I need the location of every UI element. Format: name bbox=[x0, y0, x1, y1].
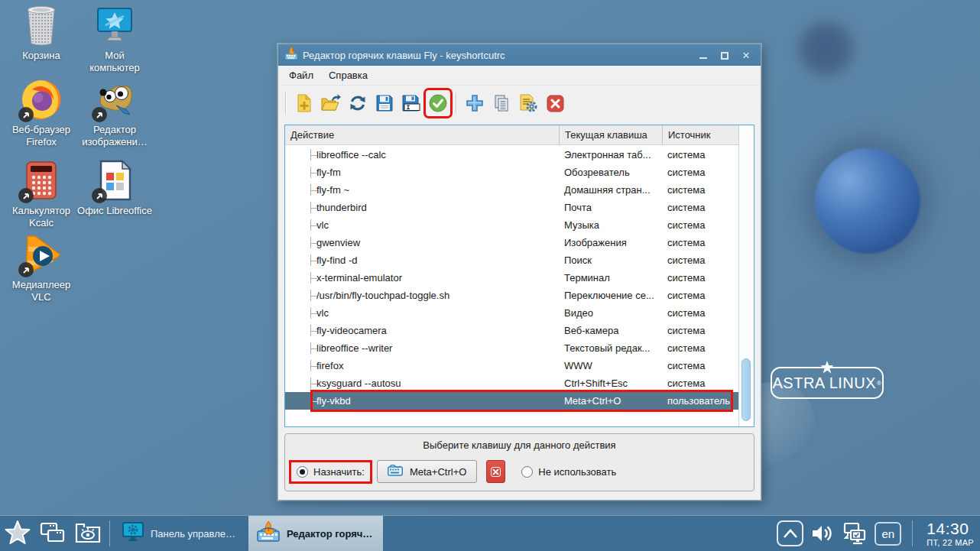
not-use-radio[interactable]: Не использовать bbox=[516, 462, 621, 481]
desktop-icon-label: Редактор изображени… bbox=[78, 124, 151, 148]
astra-logo-reg: ® bbox=[877, 380, 881, 387]
row-key: Терминал bbox=[559, 272, 662, 284]
desktop-icon-kcalc[interactable]: Калькулятор Kcalc bbox=[3, 159, 80, 229]
table-row[interactable]: libreoffice --calc Электронная таб... си… bbox=[285, 146, 738, 164]
table-row[interactable]: gwenview Изображения система bbox=[285, 234, 738, 251]
row-key: Переключение се... bbox=[559, 290, 662, 301]
titlebar[interactable]: Редактор горячих клавиш Fly - keyshortcu… bbox=[278, 44, 761, 66]
radio-checked-icon[interactable] bbox=[297, 466, 308, 478]
save-as-button[interactable] bbox=[400, 91, 423, 115]
shortcut-arrow-icon bbox=[18, 107, 34, 122]
duplicate-button[interactable] bbox=[490, 91, 513, 115]
table-row[interactable]: firefox WWW система bbox=[285, 357, 738, 374]
table-row[interactable]: fly-fm ~ Домашняя стран... система bbox=[285, 181, 738, 199]
properties-button[interactable] bbox=[517, 91, 540, 115]
row-key: Meta+Ctrl+O bbox=[559, 395, 662, 407]
chevron-up-icon bbox=[782, 528, 799, 539]
row-action: thunderbird bbox=[285, 202, 559, 213]
new-file-button[interactable] bbox=[293, 91, 316, 115]
network-displays-button[interactable] bbox=[840, 521, 868, 546]
desktop-icon-libreoffice[interactable]: Офис Libreoffice bbox=[76, 159, 153, 217]
task-item-label: Редактор горячи… bbox=[287, 528, 375, 540]
clear-shortcut-button[interactable] bbox=[486, 460, 505, 483]
row-key: Электронная таб... bbox=[559, 149, 662, 160]
assign-panel: Выберите клавишу для данного действия На… bbox=[284, 433, 754, 491]
row-source: система bbox=[662, 254, 738, 266]
folder-eye-icon bbox=[74, 521, 102, 546]
star-icon bbox=[3, 519, 32, 548]
table-row[interactable]: x-terminal-emulator Терминал система bbox=[285, 269, 738, 287]
column-header-key[interactable]: Текущая клавиша bbox=[559, 125, 662, 144]
row-action: fly-fm ~ bbox=[285, 184, 559, 196]
desktop-icon-label: Веб-браузер Firefox bbox=[3, 124, 80, 148]
volume-button[interactable] bbox=[810, 523, 833, 544]
save-button[interactable] bbox=[373, 91, 396, 115]
minimize-button[interactable] bbox=[698, 50, 709, 60]
column-header-action[interactable]: Действие bbox=[285, 125, 559, 144]
my-computer-icon bbox=[93, 4, 136, 47]
row-key: Изображения bbox=[559, 237, 662, 248]
row-key: Почта bbox=[559, 202, 662, 213]
clock[interactable]: 14:30 ПТ, 22 МАР bbox=[926, 520, 974, 547]
shortcut-arrow-icon bbox=[92, 107, 107, 122]
column-header-source[interactable]: Источник bbox=[662, 125, 738, 144]
desktop-folder-button[interactable] bbox=[70, 516, 105, 551]
start-menu-button[interactable] bbox=[0, 516, 35, 551]
table-row[interactable]: fly-vkbd Meta+Ctrl+O пользователь bbox=[285, 392, 738, 410]
row-action: fly-vkbd bbox=[285, 395, 559, 407]
control-panel-icon bbox=[122, 520, 144, 546]
desktop-icon-vlc[interactable]: Медиаплеер VLC bbox=[3, 233, 80, 303]
table-row[interactable]: fly-fm Обозреватель система bbox=[285, 164, 738, 181]
window-content: Действие Текущая клавиша Источник libreo… bbox=[278, 121, 761, 500]
table-row[interactable]: fly-find -d Поиск система bbox=[285, 251, 738, 269]
maximize-button[interactable] bbox=[719, 50, 730, 60]
open-folder-button[interactable] bbox=[320, 91, 342, 115]
shortcut-key-button[interactable]: Meta+Ctrl+O bbox=[377, 460, 477, 483]
delete-shortcut-button[interactable] bbox=[544, 91, 566, 115]
scrollbar-thumb[interactable] bbox=[741, 358, 751, 421]
table-row[interactable]: /usr/bin/fly-touchpad-toggle.sh Переключ… bbox=[285, 287, 738, 304]
task-item-label: Панель управлен… bbox=[151, 528, 241, 540]
row-action: ksysguard --autosu bbox=[285, 378, 559, 389]
gimp-icon bbox=[93, 78, 136, 121]
table-row[interactable]: fly-videocamera Веб-камера система bbox=[285, 322, 738, 339]
desktop-icon-label: Корзина bbox=[3, 50, 80, 62]
close-button[interactable]: × bbox=[741, 50, 751, 60]
assign-radio[interactable]: Назначить: bbox=[291, 462, 370, 481]
speaker-icon bbox=[810, 523, 833, 544]
row-source: система bbox=[662, 219, 738, 231]
monitors-check-icon bbox=[840, 521, 868, 546]
table-row[interactable]: vlc Музыка система bbox=[285, 216, 738, 234]
row-key: Музыка bbox=[559, 219, 662, 231]
vertical-scrollbar[interactable] bbox=[738, 125, 754, 426]
assign-panel-title: Выберите клавишу для данного действия bbox=[285, 439, 754, 451]
show-windows-button[interactable] bbox=[35, 516, 70, 551]
desktop-icon-label: Офис Libreoffice bbox=[76, 205, 153, 217]
table-row[interactable]: ksysguard --autosu Ctrl+Shift+Esc систем… bbox=[285, 374, 738, 392]
desktop-icon-gimp[interactable]: Редактор изображени… bbox=[76, 78, 153, 148]
desktop-icon-my-computer[interactable]: Мой компьютер bbox=[76, 4, 153, 74]
language-indicator[interactable]: en bbox=[875, 522, 901, 546]
desktop-icon-firefox[interactable]: Веб-браузер Firefox bbox=[3, 78, 80, 148]
add-shortcut-button[interactable] bbox=[463, 91, 486, 115]
background-sphere-blue bbox=[815, 148, 920, 254]
menu-help[interactable]: Справка bbox=[321, 66, 375, 84]
table-row[interactable]: libreoffice --writer Текстовый редак... … bbox=[285, 339, 738, 357]
row-action: gwenview bbox=[285, 237, 559, 248]
radio-unchecked-icon[interactable] bbox=[521, 466, 533, 478]
table-row[interactable]: vlc Видео система bbox=[285, 304, 738, 322]
firefox-icon bbox=[20, 78, 63, 121]
tray-expand-button[interactable] bbox=[777, 520, 803, 546]
refresh-button[interactable] bbox=[346, 91, 369, 115]
hotkey-editor-window: Редактор горячих клавиш Fly - keyshortcu… bbox=[277, 44, 761, 501]
row-key: Ctrl+Shift+Esc bbox=[559, 378, 662, 389]
desktop-icon-trash[interactable]: Корзина bbox=[3, 4, 80, 62]
table-row[interactable]: thunderbird Почта система bbox=[285, 199, 738, 216]
task-item-control-panel[interactable]: Панель управлен… bbox=[114, 516, 248, 551]
row-action: fly-videocamera bbox=[285, 325, 559, 336]
apply-button[interactable] bbox=[427, 91, 449, 115]
task-item-hotkey-editor[interactable]: Редактор горячи… bbox=[248, 516, 383, 551]
row-key: Веб-камера bbox=[559, 325, 662, 336]
menu-file[interactable]: Файл bbox=[281, 66, 321, 84]
astra-star-icon bbox=[819, 360, 835, 379]
